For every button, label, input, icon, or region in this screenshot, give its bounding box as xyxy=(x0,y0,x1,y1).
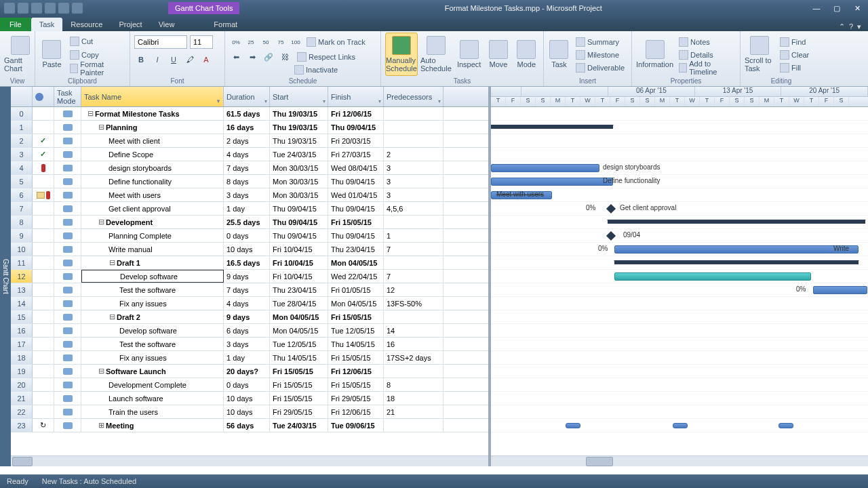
gantt-row[interactable] xyxy=(491,134,868,148)
table-row[interactable]: 21Launch software10 daysFri 15/05/15Fri … xyxy=(11,392,488,405)
header-task-name[interactable]: Task Name▼ xyxy=(81,87,224,106)
gantt-row[interactable] xyxy=(491,256,868,270)
gantt-row[interactable] xyxy=(491,121,868,134)
gantt-row[interactable]: Write0% xyxy=(491,243,868,256)
copy-button[interactable]: Copy xyxy=(67,49,125,61)
table-row[interactable]: 19⊟Software Launch20 days?Fri 15/05/15Fr… xyxy=(11,365,488,378)
gantt-row[interactable] xyxy=(491,378,868,392)
table-row[interactable]: 1⊟Planning16 daysThu 19/03/15Thu 09/04/1… xyxy=(11,121,488,134)
qat-save-icon[interactable] xyxy=(4,3,15,14)
inactivate-button[interactable]: Inactivate xyxy=(292,64,340,76)
milestone-button[interactable]: Milestone xyxy=(573,49,627,61)
information-button[interactable]: Information xyxy=(636,33,673,76)
gantt-row[interactable] xyxy=(491,324,868,338)
gantt-row[interactable] xyxy=(491,419,868,432)
gantt-row[interactable]: 0% xyxy=(491,283,868,297)
scroll-to-task-button[interactable]: Scroll to Task xyxy=(745,33,774,76)
pct50-button[interactable]: 50 xyxy=(259,35,273,49)
italic-button[interactable]: I xyxy=(151,53,164,66)
highlight-button[interactable]: 🖍 xyxy=(183,53,197,66)
gantt-row[interactable]: Meet with users xyxy=(491,188,868,202)
gantt-row[interactable] xyxy=(491,338,868,351)
format-painter-button[interactable]: Format Painter xyxy=(67,62,125,75)
table-row[interactable]: 4design storyboards7 daysMon 30/03/15Wed… xyxy=(11,161,488,175)
maximize-button[interactable]: ▢ xyxy=(827,2,846,14)
mode-button[interactable]: Mode xyxy=(514,33,539,76)
header-finish[interactable]: Finish▾ xyxy=(328,87,384,106)
table-row[interactable]: 15⊟Draft 29 daysMon 04/05/15Fri 15/05/15 xyxy=(11,310,488,324)
qat-btn-icon[interactable] xyxy=(45,3,56,14)
format-tab[interactable]: Format xyxy=(205,18,245,31)
status-new-tasks[interactable]: New Tasks : Auto Scheduled xyxy=(42,477,136,485)
close-button[interactable]: ✕ xyxy=(848,2,867,14)
table-row[interactable]: 7Get client approval1 dayThu 09/04/15Thu… xyxy=(11,202,488,216)
auto-schedule-button[interactable]: Auto Schedule xyxy=(420,33,452,76)
gantt-row[interactable] xyxy=(491,392,868,405)
gantt-row[interactable] xyxy=(491,270,868,283)
pct100-button[interactable]: 100 xyxy=(289,35,302,49)
link-button[interactable]: 🔗 xyxy=(262,50,275,64)
unlink-button[interactable]: ⛓ xyxy=(278,50,292,64)
notes-button[interactable]: Notes xyxy=(676,36,736,48)
qat-btn-icon[interactable] xyxy=(72,3,83,14)
table-row[interactable]: 8⊟Development25.5 daysThu 09/04/15Fri 15… xyxy=(11,216,488,229)
pct25-button[interactable]: 25 xyxy=(244,35,258,49)
table-row[interactable]: 20Development Complete0 daysFri 15/05/15… xyxy=(11,378,488,392)
resource-tab[interactable]: Resource xyxy=(62,18,111,31)
grid-hscroll[interactable] xyxy=(11,455,488,466)
qat-redo-icon[interactable] xyxy=(31,3,42,14)
table-row[interactable]: 23↻⊞Meeting56 daysTue 24/03/15Tue 09/06/… xyxy=(11,419,488,432)
pct0-button[interactable]: 0% xyxy=(229,35,243,49)
clear-button[interactable]: Clear xyxy=(777,49,812,61)
header-predecessors[interactable]: Predecessors▾ xyxy=(384,87,443,106)
gantt-row[interactable] xyxy=(491,365,868,378)
window-icon[interactable]: ▾ xyxy=(857,22,861,31)
project-tab[interactable]: Project xyxy=(111,18,150,31)
task-insert-button[interactable]: Task xyxy=(548,33,570,76)
gantt-row[interactable] xyxy=(491,216,868,229)
header-row-num[interactable] xyxy=(11,87,33,106)
header-task-mode[interactable]: Task Mode xyxy=(54,87,81,106)
gantt-row[interactable] xyxy=(491,310,868,324)
table-row[interactable]: 0⊟Format Milestone Tasks61.5 daysThu 19/… xyxy=(11,107,488,121)
font-name-selector[interactable]: Calibri xyxy=(134,35,187,49)
help-icon[interactable]: ? xyxy=(849,22,853,31)
paste-button[interactable]: Paste xyxy=(39,33,64,76)
gantt-hscroll[interactable] xyxy=(491,455,868,466)
table-row[interactable]: 5Define functionality8 daysMon 30/03/15T… xyxy=(11,175,488,188)
deliverable-button[interactable]: Deliverable xyxy=(573,62,627,74)
gantt-row[interactable] xyxy=(491,107,868,121)
table-row[interactable]: 18Fix any issues1 dayThu 14/05/15Fri 15/… xyxy=(11,351,488,365)
gantt-row[interactable] xyxy=(491,351,868,365)
inspect-button[interactable]: Inspect xyxy=(455,33,483,76)
table-row[interactable]: 13Test the software7 daysThu 23/04/15Fri… xyxy=(11,283,488,297)
summary-button[interactable]: Summary xyxy=(573,36,627,48)
cut-button[interactable]: Cut xyxy=(67,35,125,47)
gantt-row[interactable] xyxy=(491,297,868,310)
add-timeline-button[interactable]: Add to Timeline xyxy=(676,62,736,74)
header-indicators[interactable] xyxy=(33,87,54,106)
find-button[interactable]: Find xyxy=(777,36,812,48)
underline-button[interactable]: U xyxy=(167,53,180,66)
gantt-row[interactable]: Get client approval0% xyxy=(491,202,868,216)
table-row[interactable]: 2✓Meet with client2 daysThu 19/03/15Fri … xyxy=(11,134,488,148)
bold-button[interactable]: B xyxy=(134,53,148,66)
minimize-ribbon-icon[interactable]: ⌃ xyxy=(839,22,845,31)
gantt-chart-button[interactable]: Gantt Chart xyxy=(4,33,37,76)
table-row[interactable]: 11⊟Draft 116.5 daysFri 10/04/15Mon 04/05… xyxy=(11,256,488,270)
gantt-row[interactable] xyxy=(491,148,868,161)
header-start[interactable]: Start▾ xyxy=(270,87,328,106)
table-row[interactable]: 17Test the software3 daysTue 12/05/15Thu… xyxy=(11,338,488,351)
respect-links-button[interactable]: Respect Links xyxy=(294,51,358,63)
fill-button[interactable]: Fill xyxy=(777,62,812,74)
file-tab[interactable]: File xyxy=(0,18,31,31)
table-row[interactable]: 3✓Define Scope4 daysTue 24/03/15Fri 27/0… xyxy=(11,148,488,161)
task-tab[interactable]: Task xyxy=(31,18,63,31)
table-row[interactable]: 14Fix any issues4 daysTue 28/04/15Mon 04… xyxy=(11,297,488,310)
font-size-selector[interactable]: 11 xyxy=(190,35,213,49)
qat-undo-icon[interactable] xyxy=(18,3,28,14)
table-row[interactable]: 16Develop software6 daysMon 04/05/15Tue … xyxy=(11,324,488,338)
view-tab[interactable]: View xyxy=(151,18,183,31)
qat-btn-icon[interactable] xyxy=(58,3,69,14)
gantt-row[interactable] xyxy=(491,405,868,419)
